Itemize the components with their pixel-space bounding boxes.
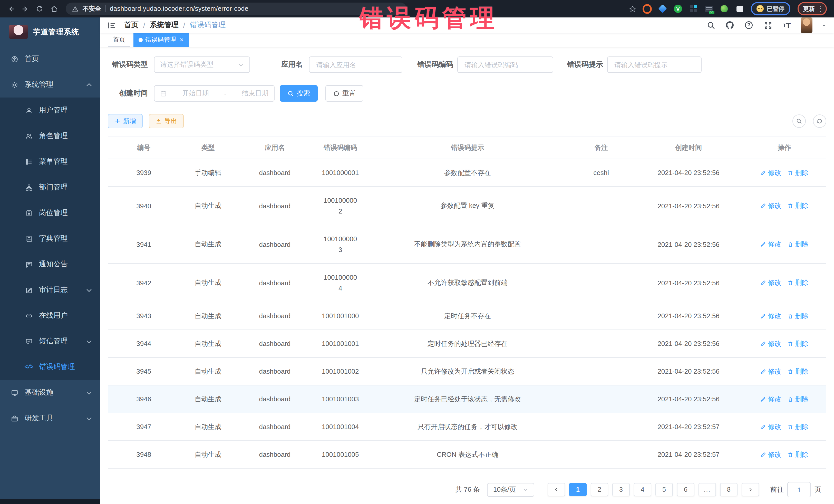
delete-icon bbox=[788, 241, 794, 247]
sidebar-item-6[interactable]: 岗位管理 bbox=[0, 200, 100, 226]
sidebar-item-5[interactable]: 部门管理 bbox=[0, 175, 100, 200]
avatar[interactable] bbox=[800, 18, 812, 33]
close-icon[interactable]: × bbox=[180, 37, 183, 43]
cell-id: 3939 bbox=[108, 159, 180, 187]
caret-down-icon[interactable] bbox=[821, 22, 827, 28]
cell-code: 1001000001 bbox=[313, 159, 367, 187]
sidebar-item-2[interactable]: 用户管理 bbox=[0, 97, 100, 123]
extension-ring-icon[interactable] bbox=[642, 4, 652, 13]
tag-home[interactable]: 首页 bbox=[108, 33, 130, 47]
edit-link[interactable]: 修改 bbox=[760, 278, 782, 287]
add-button[interactable]: 新增 bbox=[108, 114, 143, 128]
extension-v-icon[interactable]: V bbox=[673, 4, 683, 13]
goto-page-input[interactable] bbox=[787, 482, 811, 497]
browser-profile-badge[interactable]: 已暂停 bbox=[751, 2, 790, 15]
delete-link[interactable]: 删除 bbox=[788, 240, 809, 249]
edit-link[interactable]: 修改 bbox=[760, 450, 782, 459]
edit-link[interactable]: 修改 bbox=[760, 311, 782, 321]
extension-list-on-icon[interactable]: on bbox=[704, 4, 714, 13]
extension-frog-icon[interactable] bbox=[720, 4, 729, 13]
browser-menu-icon[interactable] bbox=[820, 6, 821, 12]
fullscreen-icon[interactable] bbox=[763, 20, 773, 30]
reset-button[interactable]: 重置 bbox=[325, 85, 364, 102]
delete-link[interactable]: 删除 bbox=[788, 311, 809, 321]
export-button[interactable]: 导出 bbox=[149, 114, 184, 128]
page-button-5[interactable]: 5 bbox=[655, 483, 673, 496]
edit-icon bbox=[760, 396, 767, 402]
page-button-6[interactable]: 6 bbox=[677, 483, 695, 496]
error-hint-field[interactable] bbox=[613, 60, 696, 69]
delete-link[interactable]: 删除 bbox=[788, 422, 809, 431]
breadcrumb-system[interactable]: 系统管理 bbox=[150, 21, 179, 30]
prev-page-button[interactable] bbox=[548, 483, 565, 496]
sidebar-item-12-active[interactable]: </>错误码管理 bbox=[0, 354, 100, 380]
error-code-table: 编号 类型 应用名 错误码编码 错误码提示 备注 创建时间 操作 3939手动编… bbox=[108, 136, 826, 468]
delete-link[interactable]: 删除 bbox=[788, 367, 809, 376]
page-size-select[interactable]: 10条/页 bbox=[487, 483, 534, 497]
delete-link[interactable]: 删除 bbox=[788, 201, 809, 211]
delete-link[interactable]: 删除 bbox=[788, 168, 809, 177]
browser-update-button[interactable]: 更新 bbox=[797, 2, 827, 15]
sidebar-item-10[interactable]: 在线用户 bbox=[0, 303, 100, 328]
github-icon[interactable] bbox=[725, 20, 735, 30]
search-button[interactable]: 搜索 bbox=[280, 85, 318, 102]
tag-error-code[interactable]: 错误码管理 × bbox=[133, 33, 189, 47]
edit-link[interactable]: 修改 bbox=[760, 240, 782, 249]
edit-link[interactable]: 修改 bbox=[760, 422, 782, 431]
app-title: 芋道管理系统 bbox=[33, 27, 79, 37]
sidebar-item-14[interactable]: 研发工具 bbox=[0, 406, 100, 431]
sidebar-item-7[interactable]: 字典管理 bbox=[0, 226, 100, 251]
sidebar-item-9[interactable]: 审计日志 bbox=[0, 277, 100, 303]
breadcrumb-home[interactable]: 首页 bbox=[124, 21, 138, 30]
sidebar-item-0[interactable]: 首页 bbox=[0, 46, 100, 72]
hamburger-icon[interactable] bbox=[107, 21, 116, 29]
sidebar-submenu: 用户管理角色管理菜单管理部门管理岗位管理字典管理通知公告审计日志在线用户短信管理… bbox=[0, 97, 100, 380]
page-button-2[interactable]: 2 bbox=[591, 483, 608, 496]
edit-link[interactable]: 修改 bbox=[760, 201, 782, 211]
home-icon[interactable] bbox=[48, 3, 60, 14]
extension-grid-icon[interactable] bbox=[689, 4, 698, 13]
help-icon[interactable] bbox=[744, 20, 754, 30]
date-range-picker[interactable]: 开始日期 - 结束日期 bbox=[154, 85, 275, 102]
edit-link[interactable]: 修改 bbox=[760, 168, 782, 177]
app-logo[interactable]: 芋道管理系统 bbox=[0, 18, 100, 46]
sidebar-item-11[interactable]: 短信管理 bbox=[0, 328, 100, 354]
delete-link[interactable]: 删除 bbox=[788, 450, 809, 459]
delete-link[interactable]: 删除 bbox=[788, 278, 809, 287]
page-button-1[interactable]: 1 bbox=[569, 483, 587, 496]
edit-link[interactable]: 修改 bbox=[760, 339, 782, 348]
extension-puzzle-icon[interactable] bbox=[735, 4, 744, 13]
error-type-select[interactable]: 请选择错误码类型 bbox=[154, 57, 250, 73]
forward-icon[interactable] bbox=[20, 3, 31, 14]
sidebar-item-3[interactable]: 角色管理 bbox=[0, 123, 100, 149]
edit-link[interactable]: 修改 bbox=[760, 367, 782, 376]
sidebar-item-13[interactable]: 基础设施 bbox=[0, 380, 100, 406]
page-button-4[interactable]: 4 bbox=[634, 483, 651, 496]
more-pages-button[interactable]: ... bbox=[699, 483, 716, 496]
edit-link[interactable]: 修改 bbox=[760, 394, 782, 404]
sidebar-item-8[interactable]: 通知公告 bbox=[0, 251, 100, 277]
extension-gem-icon[interactable] bbox=[658, 4, 667, 13]
search-icon[interactable] bbox=[706, 20, 716, 30]
delete-link[interactable]: 删除 bbox=[788, 339, 809, 348]
error-code-field[interactable] bbox=[463, 60, 547, 69]
error-hint-input[interactable] bbox=[607, 57, 702, 73]
refresh-icon[interactable] bbox=[813, 114, 826, 128]
address-bar[interactable]: 不安全 dashboard.yudao.iocoder.cn/system/er… bbox=[66, 3, 407, 15]
toggle-search-icon[interactable] bbox=[792, 114, 806, 128]
cell-remark bbox=[568, 264, 634, 302]
delete-icon bbox=[788, 203, 794, 209]
app-name-field[interactable] bbox=[315, 60, 396, 69]
next-page-button[interactable] bbox=[742, 483, 759, 496]
back-icon[interactable] bbox=[5, 3, 17, 14]
page-button-3[interactable]: 3 bbox=[612, 483, 630, 496]
error-code-input[interactable] bbox=[457, 57, 553, 73]
page-button-8[interactable]: 8 bbox=[720, 483, 738, 496]
star-icon[interactable] bbox=[627, 3, 638, 14]
sidebar-item-1[interactable]: 系统管理 bbox=[0, 72, 100, 97]
reload-icon[interactable] bbox=[34, 3, 45, 14]
font-size-icon[interactable]: TT bbox=[782, 20, 792, 30]
app-name-input[interactable] bbox=[309, 57, 402, 73]
sidebar-item-4[interactable]: 菜单管理 bbox=[0, 149, 100, 175]
delete-link[interactable]: 删除 bbox=[788, 394, 809, 404]
